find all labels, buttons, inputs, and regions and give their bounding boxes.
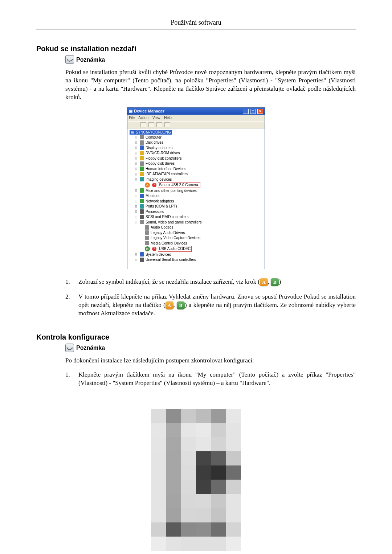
dm-tree-leaf[interactable]: BUSB Audio CODEC <box>140 246 262 252</box>
device-icon <box>140 188 144 193</box>
dm-tree-leaf[interactable]: Legacy Video Capture Devices <box>140 235 262 241</box>
note-icon <box>65 55 74 64</box>
device-label: Imaging devices <box>146 177 172 182</box>
device-icon <box>145 236 149 240</box>
dm-tree-node[interactable]: Imaging devices <box>135 177 262 182</box>
device-icon <box>140 215 144 219</box>
device-icon <box>140 156 144 160</box>
device-label: Audio Codecs <box>151 225 173 230</box>
device-manager-window: ▣ Device Manager _ □ × File Action View … <box>127 107 265 269</box>
close-icon[interactable]: × <box>257 109 263 114</box>
maximize-icon[interactable]: □ <box>250 109 256 114</box>
note-icon <box>65 344 74 352</box>
dm-tree-node[interactable]: Display adapters <box>135 145 262 151</box>
device-icon <box>140 145 144 150</box>
toolbar-back-icon[interactable]: ← <box>129 122 132 127</box>
list-item: 1. Klepněte pravým tlačítkem myši na iko… <box>65 371 356 387</box>
dm-tree-leaf[interactable]: Media Control Devices <box>140 241 262 246</box>
dm-tree-node[interactable]: Universal Serial Bus controllers <box>135 257 262 263</box>
instruction-list-1: 1.Zobrazí se symbol indikující, že se ne… <box>65 278 356 318</box>
note-label: Poznámka <box>76 344 105 352</box>
dm-tree-node[interactable]: Network adapters <box>135 198 262 204</box>
section-title-install-fail: Pokud se installation nezdaří <box>36 44 356 54</box>
device-icon <box>140 204 144 209</box>
dm-tree-leaf[interactable]: Audio Codecs <box>140 225 262 230</box>
device-icon <box>140 252 144 257</box>
menu-help[interactable]: Help <box>164 116 172 120</box>
section2-paragraph: Po dokončení instalace lze následujícím … <box>65 357 356 365</box>
list-item: 2.V tomto případě klepněte na příkaz Vyh… <box>65 293 356 318</box>
device-label: Media Control Devices <box>151 241 187 246</box>
note-row: Poznámka <box>65 55 356 64</box>
toolbar-btn-1[interactable] <box>140 122 146 127</box>
dm-tree-node[interactable]: Disk drives <box>135 140 262 145</box>
dm-tree-node[interactable]: Processors <box>135 209 262 214</box>
item-text: V tomto případě klepněte na příkaz Vyhle… <box>78 293 356 318</box>
device-label: Processors <box>146 209 164 214</box>
device-icon <box>145 225 149 230</box>
callout-badge: B <box>145 246 150 251</box>
dm-title: Device Manager <box>134 108 164 114</box>
dm-tree-node[interactable]: System devices <box>135 252 262 257</box>
device-icon <box>140 167 144 171</box>
menu-action[interactable]: Action <box>138 116 148 120</box>
dm-tree-node[interactable]: Floppy disk controllers <box>135 156 262 161</box>
menu-view[interactable]: View <box>152 116 160 120</box>
device-label: IDE ATA/ATAPI controllers <box>146 172 188 177</box>
device-icon <box>140 209 144 214</box>
dm-root-node[interactable]: 🖥 SYNCM-YOONJONG <box>130 130 172 135</box>
page-header: Používání softwaru <box>36 18 356 29</box>
dm-tree-node[interactable]: Computer <box>135 135 262 140</box>
toolbar-btn-3[interactable] <box>156 122 162 127</box>
dm-tree-node[interactable]: Floppy disk drives <box>135 161 262 167</box>
item-number: 1. <box>65 371 72 387</box>
dm-tree-node[interactable]: IDE ATA/ATAPI controllers <box>135 172 262 177</box>
dm-titlebar: ▣ Device Manager _ □ × <box>127 108 265 115</box>
device-icon <box>140 258 144 262</box>
device-icon <box>152 183 156 187</box>
dm-tree-node[interactable]: DVD/CD-ROM drives <box>135 151 262 156</box>
toolbar-btn-2[interactable] <box>148 122 154 127</box>
dm-tree-node[interactable]: Ports (COM & LPT) <box>135 204 262 209</box>
device-label: Monitors <box>146 193 159 198</box>
device-label: Legacy Audio Drivers <box>151 230 185 235</box>
toolbar-btn-4[interactable] <box>164 122 170 127</box>
item-number: 2. <box>65 293 72 318</box>
device-icon <box>140 161 144 166</box>
dm-tree-node[interactable]: Sound, video and game controllers <box>135 219 262 225</box>
device-icon <box>152 247 156 251</box>
dm-app-icon: ▣ <box>129 108 132 114</box>
device-label: Mice and other pointing devices <box>146 188 197 193</box>
note-row-2: Poznámka <box>65 344 356 352</box>
device-icon <box>145 241 149 245</box>
system-properties-screenshot-placeholder <box>136 395 256 551</box>
device-label: Disk drives <box>146 140 163 145</box>
callout-a-icon: A <box>166 301 173 309</box>
item-number: 1. <box>65 278 72 286</box>
device-icon <box>140 199 144 203</box>
device-label: Universal Serial Bus controllers <box>146 257 196 262</box>
dm-tree-leaf[interactable]: Legacy Audio Drivers <box>140 230 262 235</box>
device-label: Display adapters <box>146 145 172 151</box>
menu-file[interactable]: File <box>129 116 135 120</box>
dm-tree-leaf[interactable]: ASaturn USB 2.0 Camera. <box>140 182 262 188</box>
dm-tree-node[interactable]: Monitors <box>135 193 262 199</box>
toolbar-fwd-icon[interactable]: → <box>135 122 138 127</box>
dm-tree-node[interactable]: SCSI and RAID controllers <box>135 214 262 220</box>
device-icon <box>140 135 144 139</box>
section-title-config-check: Kontrola konfigurace <box>36 332 356 342</box>
minimize-icon[interactable]: _ <box>243 109 249 114</box>
dm-tree: 🖥 SYNCM-YOONJONG ComputerDisk drivesDisp… <box>127 128 265 269</box>
device-label: DVD/CD-ROM drives <box>146 151 180 156</box>
device-label: Computer <box>146 135 162 140</box>
device-icon <box>145 230 149 235</box>
callout-b-icon: B <box>271 278 279 286</box>
device-label: USB Audio CODEC <box>158 246 192 252</box>
dm-tree-node[interactable]: Human Interface Devices <box>135 166 262 172</box>
callout-a-icon: A <box>260 278 268 286</box>
device-icon <box>140 140 144 145</box>
dm-tree-node[interactable]: Mice and other pointing devices <box>135 188 262 193</box>
device-label: Floppy disk drives <box>146 161 175 166</box>
section1-paragraph: Pokud se installation přeruší kvůli chyb… <box>65 68 356 102</box>
device-icon <box>140 177 144 181</box>
